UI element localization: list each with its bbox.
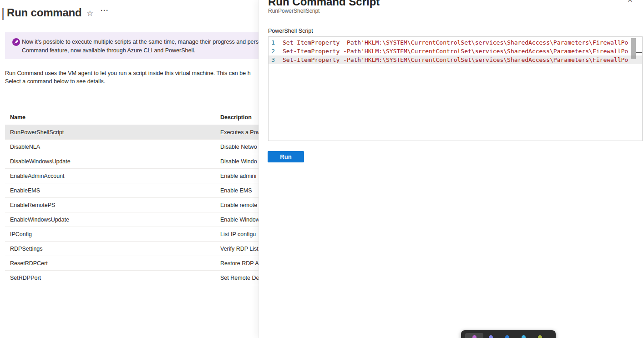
line-number: 1: [269, 39, 283, 46]
row-name: DisableNLA: [10, 144, 40, 150]
editor-label: PowerShell Script: [268, 28, 313, 34]
run-command-script-panel: Run Command Script RunPowerShellScript ✕…: [259, 0, 644, 338]
table-row[interactable]: ResetRDPCert Restore RDP A: [5, 256, 259, 271]
column-header-description: Description: [220, 114, 252, 121]
intro-text: Run Command uses the VM agent to let you…: [5, 69, 259, 86]
code-string: 'HKLM:\SYSTEM\CurrentControlSet\services…: [361, 56, 628, 63]
table-row[interactable]: EnableRemotePS Enable remote: [5, 198, 259, 212]
row-name: RunPowerShellScript: [10, 129, 64, 136]
row-description: Enable Window: [220, 217, 259, 223]
powershell-script-editor[interactable]: 1 Set-ItemProperty -Path 'HKLM:\SYSTEM\C…: [268, 36, 643, 141]
row-description: Executes a Pow: [220, 129, 259, 136]
code-string: 'HKLM:\SYSTEM\CurrentControlSet\services…: [361, 48, 628, 55]
row-description: Restore RDP A: [220, 260, 259, 267]
row-description: Verify RDP List: [220, 246, 259, 252]
table-row[interactable]: EnableWindowsUpdate Enable Window: [5, 212, 259, 227]
row-name: IPConfig: [10, 231, 32, 237]
row-name: ResetRDPCert: [10, 260, 48, 267]
row-name: EnableWindowsUpdate: [10, 217, 69, 223]
code-command: Set-ItemProperty -Path: [283, 39, 361, 46]
banner-line-1: Now it's possible to execute multiple sc…: [22, 38, 264, 46]
code-line: 1 Set-ItemProperty -Path 'HKLM:\SYSTEM\C…: [269, 38, 642, 47]
page-title: Run command: [7, 6, 81, 19]
favorite-star-icon[interactable]: ☆: [86, 9, 93, 18]
title-separator: |: [1, 6, 5, 20]
table-row[interactable]: RunPowerShellScript Executes a Pow: [5, 125, 259, 140]
row-name: SetRDPPort: [10, 275, 41, 281]
row-name: EnableEMS: [10, 187, 40, 194]
line-number: 3: [269, 56, 283, 63]
intro-line-2: Select a command below to see details.: [5, 77, 259, 86]
overview-ruler-cursor-marker: [636, 52, 642, 53]
blade-header: | Run command ☆ ···: [0, 0, 259, 25]
row-name: EnableAdminAccount: [10, 173, 65, 179]
azure-run-command-page: | Run command ☆ ··· Now it's possible to…: [0, 0, 644, 338]
row-description: Disable Windo: [220, 158, 257, 165]
table-header: Name Description: [5, 111, 259, 125]
row-name: DisableWindowsUpdate: [10, 158, 71, 165]
editor-scrollbar-thumb[interactable]: [631, 38, 636, 59]
row-description: Enable remote: [220, 202, 257, 208]
code-line: 2 Set-ItemProperty -Path 'HKLM:\SYSTEM\C…: [269, 47, 642, 55]
panel-title: Run Command Script: [268, 0, 380, 8]
code-command: Set-ItemProperty -Path: [283, 56, 361, 63]
row-description: Set Remote De: [220, 275, 259, 281]
tray-icon-5[interactable]: [538, 335, 542, 338]
code-lines: 1 Set-ItemProperty -Path 'HKLM:\SYSTEM\C…: [269, 38, 642, 64]
code-string: 'HKLM:\SYSTEM\CurrentControlSet\services…: [361, 39, 628, 46]
code-command: Set-ItemProperty -Path: [283, 48, 361, 55]
banner-line-2: Command feature, now available through A…: [22, 46, 264, 55]
table-row[interactable]: DisableWindowsUpdate Disable Windo: [5, 154, 259, 169]
table-row[interactable]: DisableNLA Disable Netwo: [5, 140, 259, 154]
tray-icon-4[interactable]: [522, 335, 526, 338]
table-row[interactable]: EnableAdminAccount Enable admini: [5, 169, 259, 183]
table-row[interactable]: IPConfig List IP configu: [5, 227, 259, 242]
column-header-name: Name: [10, 114, 25, 121]
more-options-icon[interactable]: ···: [101, 6, 109, 14]
tray-icon-2[interactable]: [489, 335, 493, 338]
code-line-current: 3 Set-ItemProperty -Path 'HKLM:\SYSTEM\C…: [269, 55, 642, 64]
intro-line-1: Run Command uses the VM agent to let you…: [5, 69, 259, 77]
tray-icon-1[interactable]: [472, 335, 477, 338]
tray-icon-3[interactable]: [505, 335, 509, 338]
close-icon[interactable]: ✕: [627, 0, 633, 4]
row-name: EnableRemotePS: [10, 202, 55, 208]
row-description: List IP configu: [220, 231, 256, 237]
table-row[interactable]: EnableEMS Enable EMS: [5, 183, 259, 198]
table-row[interactable]: RDPSettings Verify RDP List: [5, 242, 259, 256]
row-name: RDPSettings: [10, 246, 43, 252]
run-command-blade: | Run command ☆ ··· Now it's possible to…: [0, 0, 259, 338]
rocket-icon: [12, 38, 20, 46]
tray-overflow-popup[interactable]: [461, 330, 556, 338]
row-description: Disable Netwo: [220, 144, 257, 150]
banner-text: Now it's possible to execute multiple sc…: [22, 38, 264, 55]
table-row[interactable]: SetRDPPort Set Remote De: [5, 271, 259, 285]
commands-table: Name Description RunPowerShellScript Exe…: [5, 111, 259, 285]
row-description: Enable admini: [220, 173, 256, 179]
row-description: Enable EMS: [220, 187, 252, 194]
line-number: 2: [269, 48, 283, 55]
panel-subtitle: RunPowerShellScript: [268, 8, 319, 14]
run-button[interactable]: Run: [268, 151, 304, 162]
